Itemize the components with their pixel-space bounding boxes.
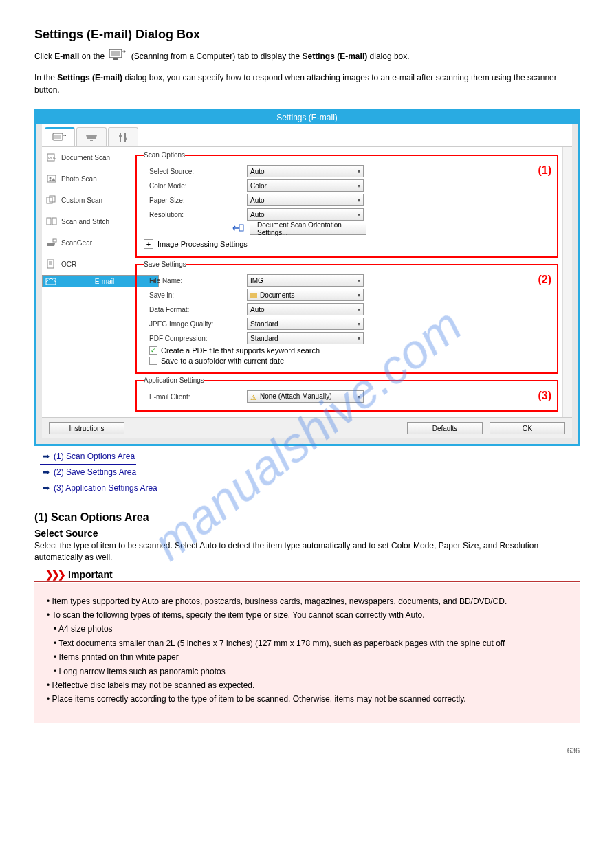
format-dropdown[interactable]: Auto bbox=[247, 303, 364, 315]
link-save-settings[interactable]: (2) Save Settings Area bbox=[54, 467, 136, 477]
format-label: Data Format: bbox=[144, 306, 247, 313]
scan-options-fieldset: Scan Options (1) Select Source:Auto Colo… bbox=[135, 151, 558, 258]
save-settings-fieldset: Save Settings (2) File Name:IMG Save in:… bbox=[135, 260, 558, 374]
scan-options-legend: Scan Options bbox=[144, 151, 185, 159]
computer-icon bbox=[109, 47, 127, 66]
scrollbar[interactable] bbox=[562, 147, 572, 417]
select-source-subhead: Select Source bbox=[34, 528, 580, 539]
toolbar bbox=[42, 124, 572, 147]
email-client-label: E-mail Client: bbox=[144, 393, 247, 401]
jpeg-dropdown[interactable]: Standard bbox=[247, 318, 364, 330]
important-divider bbox=[34, 581, 580, 582]
checkbox-keyword-pdf[interactable]: ✓ bbox=[149, 346, 157, 355]
resolution-dropdown[interactable]: Auto bbox=[247, 208, 364, 221]
important-label: Important bbox=[68, 569, 113, 580]
tab-scan-from-panel[interactable] bbox=[76, 127, 107, 146]
select-source-paragraph: Select the type of item to be scanned. S… bbox=[34, 540, 580, 564]
save-settings-legend: Save Settings bbox=[144, 260, 186, 268]
pdf-label: PDF Compression: bbox=[144, 335, 247, 342]
orientation-settings-button[interactable]: Document Scan Orientation Settings... bbox=[250, 223, 366, 235]
svg-rect-16 bbox=[47, 218, 51, 225]
svg-rect-5 bbox=[90, 140, 93, 141]
important-arrows-icon: ❯❯❯ bbox=[45, 569, 64, 580]
sidebar-item-scan-stitch[interactable]: Scan and Stitch bbox=[42, 211, 131, 232]
sidebar: PDFDocument Scan Photo Scan Custom Scan … bbox=[42, 147, 131, 417]
defaults-button[interactable]: Defaults bbox=[407, 422, 483, 434]
filename-dropdown[interactable]: IMG bbox=[247, 274, 364, 287]
color-mode-dropdown[interactable]: Color bbox=[247, 179, 364, 192]
application-settings-fieldset: Application Settings (3) E-mail Client:N… bbox=[135, 377, 558, 412]
svg-rect-23 bbox=[46, 278, 56, 285]
tab-general-settings[interactable] bbox=[108, 127, 138, 146]
paper-size-label: Paper Size: bbox=[144, 197, 247, 204]
svg-point-13 bbox=[50, 177, 52, 179]
callout-1: (1) bbox=[538, 164, 551, 177]
svg-rect-4 bbox=[54, 135, 61, 139]
checkbox-subfolder[interactable] bbox=[149, 357, 157, 365]
app-settings-legend: Application Settings bbox=[144, 377, 204, 384]
arrow-icon: ➡ bbox=[43, 483, 50, 493]
svg-text:PDF: PDF bbox=[48, 156, 56, 160]
dialog-footer: Instructions Defaults OK bbox=[42, 417, 572, 438]
tab-scan-from-computer[interactable] bbox=[45, 127, 75, 146]
svg-rect-1 bbox=[111, 51, 120, 56]
page-number: 636 bbox=[34, 746, 580, 755]
checkbox-subfolder-label: Save to a subfolder with current date bbox=[161, 357, 284, 365]
dialog-title: Settings (E-mail) bbox=[36, 111, 578, 124]
savein-label: Save in: bbox=[144, 291, 247, 299]
instructions-button[interactable]: Instructions bbox=[49, 422, 124, 434]
adf-icon bbox=[232, 223, 244, 234]
dialog-screenshot: Settings (E-mail) PDFDocument Scan Photo… bbox=[34, 109, 580, 446]
svg-rect-24 bbox=[239, 225, 243, 231]
svg-point-8 bbox=[119, 135, 122, 137]
arrow-icon: ➡ bbox=[43, 452, 50, 461]
svg-rect-2 bbox=[113, 58, 118, 60]
intro-line-2: In the Settings (E-mail) dialog box, you… bbox=[34, 71, 580, 96]
expand-icon[interactable]: + bbox=[144, 239, 153, 249]
link-scan-options[interactable]: (1) Scan Options Area bbox=[54, 452, 135, 461]
checkbox-keyword-label: Create a PDF file that supports keyword … bbox=[161, 346, 320, 355]
svg-rect-17 bbox=[52, 218, 56, 225]
link-app-settings[interactable]: (3) Application Settings Area bbox=[54, 483, 157, 493]
select-source-dropdown[interactable]: Auto bbox=[247, 165, 364, 177]
callout-2: (2) bbox=[538, 274, 551, 286]
section-links: ➡(1) Scan Options Area ➡(2) Save Setting… bbox=[43, 452, 580, 496]
ok-button[interactable]: OK bbox=[490, 422, 565, 434]
sidebar-item-scangear[interactable]: ScanGear bbox=[42, 232, 131, 254]
sidebar-item-photo-scan[interactable]: Photo Scan bbox=[42, 168, 131, 190]
savein-dropdown[interactable]: Documents bbox=[247, 289, 364, 301]
sidebar-item-custom-scan[interactable]: Custom Scan bbox=[42, 190, 131, 211]
important-note: • Item types supported by Auto are photo… bbox=[34, 583, 580, 723]
paper-size-dropdown[interactable]: Auto bbox=[247, 194, 364, 206]
image-processing-label: Image Processing Settings bbox=[157, 240, 248, 248]
section-heading: (1) Scan Options Area bbox=[34, 511, 580, 524]
color-mode-label: Color Mode: bbox=[144, 182, 247, 190]
sidebar-item-document-scan[interactable]: PDFDocument Scan bbox=[42, 147, 131, 168]
select-source-label: Select Source: bbox=[144, 168, 247, 175]
resolution-label: Resolution: bbox=[144, 211, 247, 219]
svg-point-9 bbox=[124, 137, 127, 140]
page-heading: Settings (E-mail) Dialog Box bbox=[34, 27, 580, 42]
filename-label: File Name: bbox=[144, 277, 247, 285]
email-client-dropdown[interactable]: None (Attach Manually) bbox=[247, 390, 364, 403]
arrow-icon: ➡ bbox=[43, 467, 50, 477]
sidebar-item-ocr[interactable]: OCR bbox=[42, 254, 131, 275]
svg-rect-18 bbox=[53, 239, 56, 242]
callout-3: (3) bbox=[538, 390, 551, 402]
pdf-dropdown[interactable]: Standard bbox=[247, 332, 364, 344]
svg-rect-19 bbox=[47, 260, 54, 268]
jpeg-label: JPEG Image Quality: bbox=[144, 320, 247, 328]
intro-line-1: Click E-mail on the (Scanning from a Com… bbox=[34, 47, 580, 66]
